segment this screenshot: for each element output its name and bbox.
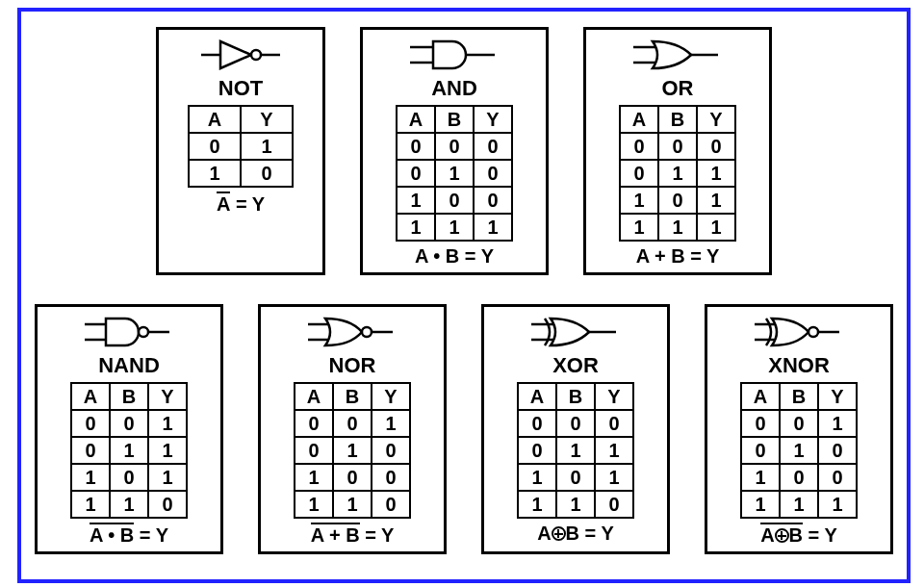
card-and: AND ABY 000 010 100 111 A • B = Y xyxy=(360,27,549,275)
table-row: 100 xyxy=(741,464,857,491)
cell: B xyxy=(780,383,818,410)
cell: 1 xyxy=(556,437,595,464)
cell: 0 xyxy=(333,410,372,437)
cell: 1 xyxy=(241,133,293,160)
table-row: ABY xyxy=(397,106,512,133)
cell: Y xyxy=(372,383,410,410)
cell: A xyxy=(189,106,241,133)
cell: 0 xyxy=(595,410,633,437)
cell: Y xyxy=(241,106,293,133)
expression-and: A • B = Y xyxy=(372,245,536,267)
cell: 0 xyxy=(189,133,241,160)
table-row: 001 xyxy=(295,410,410,437)
cell: 1 xyxy=(110,491,148,518)
cell: A xyxy=(620,106,658,133)
table-row: 010 xyxy=(295,437,410,464)
expression-or: A + B = Y xyxy=(596,245,759,267)
table-row: 000 xyxy=(620,133,735,160)
cell: 1 xyxy=(658,160,697,187)
cell: 1 xyxy=(556,491,595,518)
table-row: 001 xyxy=(741,410,857,437)
cell: 0 xyxy=(71,410,110,437)
svg-point-2 xyxy=(251,50,261,60)
cell: B xyxy=(435,106,474,133)
table-row: 000 xyxy=(518,410,633,437)
table-row: 011 xyxy=(71,437,187,464)
xnor-gate-icon xyxy=(751,313,847,351)
cell: 0 xyxy=(295,437,333,464)
cell: 0 xyxy=(474,187,512,214)
cell: 0 xyxy=(71,437,110,464)
card-nand: NAND ABY 001 011 101 110 A • B = Y xyxy=(35,304,223,554)
cell: 0 xyxy=(658,187,697,214)
row-top: NOT A Y 0 1 1 0 A = Y xyxy=(21,27,907,275)
expression-nand: A • B = Y xyxy=(47,523,211,546)
table-row: ABY xyxy=(741,383,857,410)
truth-table-nand: ABY 001 011 101 110 xyxy=(70,382,188,519)
cell: 1 xyxy=(148,464,187,491)
cell: 1 xyxy=(397,214,435,241)
nand-gate-icon xyxy=(81,313,177,351)
truth-table-xnor: ABY 001 010 100 111 xyxy=(740,382,858,519)
svg-marker-1 xyxy=(220,41,251,68)
table-row: 000 xyxy=(397,133,512,160)
row-bottom: NAND ABY 001 011 101 110 A • B = Y NOR xyxy=(21,304,907,554)
table-row: 010 xyxy=(397,160,512,187)
cell: 1 xyxy=(697,214,735,241)
cell: 1 xyxy=(620,214,658,241)
cell: 1 xyxy=(518,464,556,491)
table-row: 010 xyxy=(741,437,857,464)
cell: 1 xyxy=(71,491,110,518)
gate-name: NAND xyxy=(47,353,211,378)
not-gate-icon xyxy=(197,36,284,74)
cell: B xyxy=(110,383,148,410)
truth-table-not: A Y 0 1 1 0 xyxy=(188,105,294,188)
table-row: 110 xyxy=(71,491,187,518)
nor-gate-icon xyxy=(304,313,400,351)
cell: 1 xyxy=(697,187,735,214)
cell: 0 xyxy=(697,133,735,160)
svg-point-16 xyxy=(362,327,372,337)
expression-not: A = Y xyxy=(168,191,313,215)
gate-name: NOR xyxy=(270,353,434,378)
cell: 0 xyxy=(110,410,148,437)
cell: 1 xyxy=(435,214,474,241)
cell: 1 xyxy=(435,160,474,187)
cell: 0 xyxy=(372,491,410,518)
cell: 0 xyxy=(658,133,697,160)
cell: 0 xyxy=(435,187,474,214)
cell: 1 xyxy=(697,160,735,187)
cell: 0 xyxy=(556,464,595,491)
cell: 0 xyxy=(518,410,556,437)
xor-gate-icon xyxy=(527,313,624,351)
cell: 0 xyxy=(620,160,658,187)
table-row: 1 0 xyxy=(189,160,293,187)
card-xor: XOR ABY 000 011 101 110 AB = Y xyxy=(481,304,670,554)
cell: A xyxy=(295,383,333,410)
cell: 0 xyxy=(397,160,435,187)
cell: Y xyxy=(818,383,857,410)
cell: 0 xyxy=(741,410,780,437)
cell: 0 xyxy=(818,464,857,491)
cell: 1 xyxy=(71,464,110,491)
xor-symbol-icon xyxy=(775,528,789,543)
cell: 1 xyxy=(741,464,780,491)
cell: 0 xyxy=(474,133,512,160)
cell: A xyxy=(741,383,780,410)
cell: 1 xyxy=(333,491,372,518)
gate-name: XNOR xyxy=(717,353,881,378)
table-row: 101 xyxy=(71,464,187,491)
table-row: 111 xyxy=(397,214,512,241)
cell: 0 xyxy=(595,491,633,518)
cell: 1 xyxy=(148,410,187,437)
cell: 1 xyxy=(333,437,372,464)
cell: Y xyxy=(148,383,187,410)
cell: 0 xyxy=(556,410,595,437)
cell: 1 xyxy=(818,491,857,518)
cell: 0 xyxy=(110,464,148,491)
truth-table-xor: ABY 000 011 101 110 xyxy=(517,382,634,519)
table-row: 101 xyxy=(620,187,735,214)
logic-gates-reference: NOT A Y 0 1 1 0 A = Y xyxy=(17,8,911,583)
cell: 1 xyxy=(741,491,780,518)
cell: 0 xyxy=(372,464,410,491)
